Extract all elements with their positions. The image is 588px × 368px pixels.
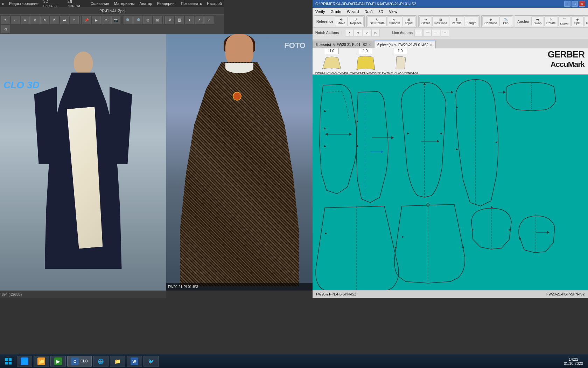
tb-zoom-out[interactable]: 🔎 — [133, 16, 142, 24]
windows-start-button[interactable] — [1, 356, 15, 367]
positions-button[interactable]: ⊡ Positions — [432, 16, 449, 26]
menu-grade[interactable]: Grade — [328, 9, 344, 14]
rotate2-button[interactable]: ↻ Rotate — [544, 16, 558, 26]
tb-export[interactable]: ↗ — [195, 16, 204, 24]
pattern-piece-1[interactable] — [320, 84, 357, 194]
setrotate-icon: ↻ — [376, 18, 379, 21]
curve-button[interactable]: ⌒ Curve — [558, 16, 571, 26]
tab1-close[interactable]: ✕ — [368, 43, 371, 47]
pattern-piece-8[interactable] — [471, 206, 511, 249]
tb-simulate[interactable]: ▶ — [92, 16, 101, 24]
taskbar-explorer[interactable]: 📁 — [34, 356, 49, 367]
taskbar-ie[interactable]: 🌐 — [17, 356, 32, 367]
offset-button[interactable]: ⇥ Offset — [419, 16, 432, 26]
tb-reset[interactable]: ⟳ — [102, 16, 111, 24]
notch-btn-3[interactable]: ◁ — [363, 29, 371, 37]
tb-settings[interactable]: ⚙ — [1, 25, 10, 33]
parallel-button[interactable]: ∥ Parallel — [450, 16, 464, 26]
flatten-button[interactable]: ⊟ Flatten — [584, 16, 588, 26]
menu-3d[interactable]: 3D — [376, 9, 386, 14]
tb-scale[interactable]: ⇱ — [50, 16, 59, 24]
minimize-button[interactable]: ─ — [564, 1, 570, 7]
adjust-label: Adjust — [405, 21, 413, 25]
pattern-piece-7[interactable] — [394, 203, 465, 283]
notch-btn-1[interactable]: ∧ — [345, 29, 354, 37]
split-button[interactable]: ⊗ Split — [571, 16, 584, 26]
menu-avatar[interactable]: Аватар — [138, 1, 154, 6]
tb-camera[interactable]: 📷 — [111, 16, 120, 24]
menu-sewing[interactable]: Сшивание — [89, 1, 111, 6]
notch-btn-2[interactable]: ∨ — [354, 29, 362, 37]
tab2-close[interactable]: ✕ — [430, 43, 433, 47]
taskbar-files[interactable]: 📁 — [110, 356, 125, 367]
tb-grid[interactable]: ⊞ — [153, 16, 162, 24]
menu-materials[interactable]: Материалы — [112, 1, 137, 6]
pattern-piece-9[interactable] — [519, 214, 555, 253]
pattern-piece-4[interactable] — [456, 80, 498, 206]
tab-inactive[interactable]: 6 piece(s) ✎ FW20-21-PL01-IS2 ✕ — [313, 41, 374, 48]
taskbar-word[interactable]: W — [127, 356, 142, 367]
tb-texture[interactable]: 🖼 — [175, 16, 184, 24]
move-button[interactable]: ✥ Move — [335, 16, 348, 26]
maximize-button[interactable]: □ — [572, 1, 578, 7]
photo-viewport: FOTO FW20-21-PL01-IS3 — [166, 34, 313, 291]
length-button[interactable]: ↔ Length — [465, 16, 479, 26]
gerber-canvas[interactable] — [313, 75, 588, 290]
taskbar-chrome[interactable]: 🌐 — [93, 356, 108, 367]
sleeve-left — [34, 87, 57, 164]
tb-pen[interactable]: ✏ — [21, 16, 30, 24]
tb-rotate[interactable]: ↻ — [40, 16, 49, 24]
menu-verify[interactable]: Verify — [313, 9, 328, 14]
line-btn-2[interactable]: ⋯ — [423, 29, 432, 37]
tb-mirror[interactable]: ⇄ — [60, 16, 69, 24]
menu-draft[interactable]: Draft — [362, 9, 376, 14]
adjust-button[interactable]: ⊞ Adjust — [402, 16, 415, 26]
menu-tools[interactable]: п — [0, 1, 6, 6]
close-button[interactable]: ✕ — [579, 1, 585, 7]
combine-button[interactable]: ⊕ Combine — [482, 16, 499, 26]
piece-value-2[interactable] — [358, 48, 372, 54]
media-icon: ▶ — [54, 357, 62, 365]
line-btn-4[interactable]: ╍ — [441, 29, 449, 37]
pattern-piece-3[interactable] — [401, 83, 446, 197]
menu-view[interactable]: View — [386, 9, 400, 14]
taskbar-bird[interactable]: 🐦 — [144, 356, 159, 367]
tb-seam[interactable]: ≡ — [70, 16, 79, 24]
tb-fit[interactable]: ⊡ — [143, 16, 152, 24]
setrotate-button[interactable]: ↻ Set/Rotate — [368, 16, 387, 26]
notch-btn-4[interactable]: ▷ — [371, 29, 380, 37]
menu-wizard[interactable]: Wizard — [344, 9, 362, 14]
figure-body — [34, 52, 132, 276]
menu-rendering[interactable]: Рендеринг — [155, 1, 178, 6]
tb-zoom-in[interactable]: 🔍 — [124, 16, 133, 24]
smooth-button[interactable]: ∿ Smooth — [387, 16, 402, 26]
pattern-piece-5[interactable] — [507, 83, 556, 111]
toolbar-separator — [80, 16, 80, 24]
pattern-piece-2[interactable] — [356, 91, 388, 203]
length-icon: ↔ — [470, 18, 473, 21]
tb-pin[interactable]: 📌 — [82, 16, 91, 24]
piece-value-3[interactable] — [393, 48, 407, 54]
tb-layer[interactable]: ⧉ — [165, 16, 174, 24]
menu-edit[interactable]: Редактирование — [7, 1, 41, 6]
menu-show[interactable]: Показывать — [179, 1, 204, 6]
tb-render[interactable]: ★ — [185, 16, 194, 24]
menu-settings[interactable]: Настрой — [205, 1, 224, 6]
tb-move[interactable]: ✥ — [30, 16, 40, 24]
tab1-label: FW20-21-PL01-IS2 — [337, 43, 367, 47]
taskbar-media[interactable]: ▶ — [50, 356, 66, 367]
tb-select[interactable]: ↖ — [1, 16, 10, 24]
tb-rect[interactable]: ▭ — [11, 16, 20, 24]
line-btn-1[interactable]: — — [414, 29, 423, 37]
clip-button[interactable]: 📎 Clip — [499, 16, 512, 26]
swap-button[interactable]: ⇋ Swap — [531, 16, 544, 26]
piece-value-1[interactable] — [325, 48, 339, 54]
taskbar-clo[interactable]: C CLO — [67, 356, 92, 367]
tb-import[interactable]: ↙ — [204, 16, 214, 24]
gerber-menubar: Verify Grade Wizard Draft 3D View — [313, 8, 588, 15]
tab-active[interactable]: 6 piece(s) ✎ FW20-21-PL01-IS2 ✕ — [374, 41, 436, 48]
parallel-icon: ∥ — [456, 18, 458, 21]
pattern-piece-6[interactable] — [316, 206, 399, 290]
replace-button[interactable]: ↺ Replace — [348, 16, 364, 26]
line-btn-3[interactable]: ╌ — [432, 29, 440, 37]
